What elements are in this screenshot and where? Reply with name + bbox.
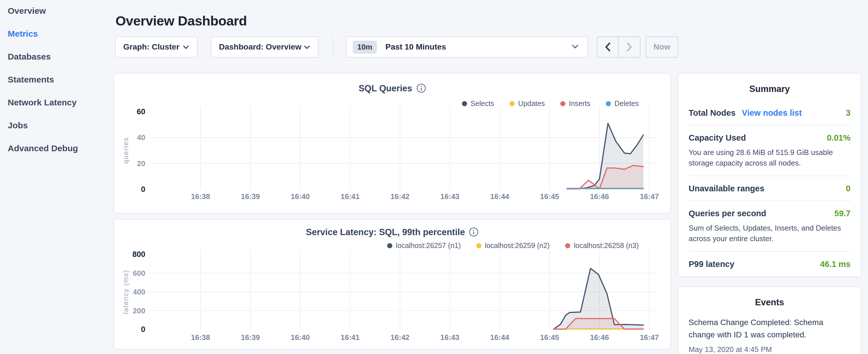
event-item[interactable]: Schema Change Completed: Schema change w… (689, 316, 850, 354)
svg-text:queries: queries (122, 137, 129, 164)
graph-dropdown-label: Graph: Cluster (123, 42, 179, 52)
chart-plot-area: 16:3816:3916:4016:4116:4216:4316:4416:45… (114, 74, 672, 214)
sidebar-item-databases[interactable]: Databases (8, 46, 115, 69)
svg-text:16:45: 16:45 (540, 333, 559, 342)
summary-value: 59.7 (834, 209, 850, 218)
svg-text:16:41: 16:41 (341, 333, 360, 342)
summary-title: Summary (678, 84, 861, 94)
summary-row-queries-per-second: Queries per second 59.7 Sum of Selects, … (689, 201, 850, 252)
svg-text:16:39: 16:39 (241, 333, 260, 342)
svg-text:16:44: 16:44 (490, 192, 509, 201)
svg-text:16:41: 16:41 (341, 192, 360, 201)
svg-text:16:43: 16:43 (440, 333, 460, 342)
svg-text:16:46: 16:46 (590, 333, 609, 342)
svg-text:800: 800 (132, 250, 145, 259)
page-title: Overview Dashboard (116, 13, 247, 29)
time-range-label: Past 10 Minutes (385, 42, 446, 52)
chevron-down-icon (183, 42, 189, 52)
sidebar-item-metrics[interactable]: Metrics (8, 23, 115, 46)
svg-text:latency (ms): latency (ms) (122, 270, 129, 314)
chevron-left-icon (604, 42, 612, 52)
sidebar-item-overview[interactable]: Overview (8, 0, 115, 23)
summary-value: 3 (846, 108, 850, 118)
next-timespan-button[interactable] (619, 37, 640, 57)
sidebar-item-statements[interactable]: Statements (8, 69, 115, 92)
chevron-down-icon (571, 44, 579, 50)
summary-row-p99-latency: P99 latency 46.1 ms (689, 252, 850, 276)
summary-label: P99 latency (689, 259, 735, 269)
sql-queries-chart-card: SQL Queries SelectsUpdatesInsertsDeletes… (114, 73, 671, 213)
summary-label: Total Nodes (689, 108, 736, 118)
sidebar-nav: Overview Metrics Databases Statements Ne… (0, 0, 115, 354)
svg-text:16:42: 16:42 (391, 192, 410, 201)
events-title: Events (678, 297, 861, 308)
view-nodes-list-link[interactable]: View nodes list (742, 108, 802, 118)
svg-text:16:38: 16:38 (191, 333, 210, 342)
time-range-selector[interactable]: 10m Past 10 Minutes (346, 36, 588, 58)
summary-value: 46.1 ms (820, 259, 850, 269)
chart-plot-area: 16:3816:3916:4016:4116:4216:4316:4416:45… (114, 220, 672, 350)
svg-text:600: 600 (133, 269, 145, 278)
svg-text:16:39: 16:39 (241, 192, 260, 201)
controls-divider (333, 36, 333, 58)
summary-label: Capacity Used (689, 133, 746, 142)
svg-text:16:42: 16:42 (391, 333, 410, 342)
dashboard-dropdown[interactable]: Dashboard: Overview (211, 36, 318, 58)
svg-text:16:47: 16:47 (640, 192, 659, 201)
sidebar-item-jobs[interactable]: Jobs (8, 115, 115, 137)
chevron-down-icon (304, 42, 310, 52)
dashboard-dropdown-label: Dashboard: Overview (219, 42, 302, 52)
time-pager (597, 36, 641, 58)
summary-row-capacity-used: Capacity Used 0.01% You are using 28.6 M… (689, 125, 850, 176)
service-latency-chart-card: Service Latency: SQL, 99th percentile lo… (114, 219, 671, 349)
svg-text:0: 0 (141, 325, 145, 334)
summary-value: 0.01% (827, 133, 850, 142)
svg-text:16:40: 16:40 (291, 192, 310, 201)
svg-text:200: 200 (133, 307, 145, 315)
summary-row-unavailable-ranges: Unavailable ranges 0 (689, 176, 850, 201)
svg-text:16:45: 16:45 (540, 192, 559, 201)
svg-text:16:40: 16:40 (291, 333, 310, 342)
svg-text:400: 400 (133, 288, 145, 296)
svg-text:0: 0 (141, 185, 145, 194)
svg-text:60: 60 (137, 107, 145, 116)
controls-bar: Graph: Cluster Dashboard: Overview 10m P… (115, 36, 866, 58)
summary-description: Sum of Selects, Updates, Inserts, and De… (689, 223, 850, 244)
svg-text:20: 20 (137, 159, 145, 168)
summary-panel: Summary Total Nodes View nodes list 3 Ca… (678, 73, 861, 277)
svg-text:16:44: 16:44 (490, 333, 509, 342)
summary-row-total-nodes: Total Nodes View nodes list 3 (689, 100, 850, 125)
chevron-right-icon (626, 42, 633, 52)
graph-dropdown[interactable]: Graph: Cluster (115, 36, 197, 58)
event-message: Schema Change Completed: Schema change w… (689, 316, 850, 341)
previous-timespan-button[interactable] (597, 37, 619, 57)
now-button[interactable]: Now (646, 36, 678, 58)
summary-label: Queries per second (689, 209, 766, 218)
svg-text:16:38: 16:38 (191, 192, 210, 201)
event-timestamp: May 13, 2020 at 4:45 PM (689, 345, 850, 354)
summary-description: You are using 28.6 MiB of 515.9 GiB usab… (689, 147, 850, 168)
events-panel: Events Schema Change Completed: Schema c… (678, 286, 861, 354)
summary-label: Unavailable ranges (689, 184, 764, 193)
sidebar-item-advanced-debug[interactable]: Advanced Debug (8, 137, 115, 160)
summary-value: 0 (846, 184, 850, 193)
svg-text:16:43: 16:43 (440, 192, 460, 201)
sidebar-item-network-latency[interactable]: Network Latency (8, 92, 115, 115)
events-list: Schema Change Completed: Schema change w… (689, 316, 850, 354)
svg-text:40: 40 (137, 133, 145, 142)
svg-text:16:47: 16:47 (640, 333, 659, 342)
summary-rows: Total Nodes View nodes list 3 Capacity U… (689, 100, 850, 276)
svg-text:16:46: 16:46 (590, 192, 609, 201)
admin-ui-page: Overview Metrics Databases Statements Ne… (0, 0, 868, 354)
time-range-badge: 10m (353, 41, 377, 54)
